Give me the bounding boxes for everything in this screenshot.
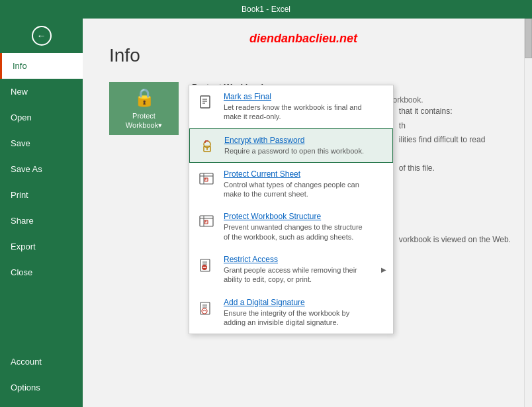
protect-structure-icon <box>197 213 216 232</box>
sidebar-item-print[interactable]: Print <box>0 182 83 208</box>
mark-final-title: Mark as Final <box>224 92 362 101</box>
menu-item-encrypt-password[interactable]: Encrypt with Password Require a password… <box>189 128 393 163</box>
restrict-access-desc: Grant people access while removing their… <box>224 265 357 285</box>
right-panel-text: that it contains: th ilities find diffic… <box>399 105 511 248</box>
sidebar-item-save[interactable]: Save <box>0 130 83 156</box>
encrypt-password-desc: Require a password to open this workbook… <box>224 146 364 156</box>
mark-final-icon <box>197 93 216 112</box>
content-area: diendanbaclieu.net Info 🔒 ProtectWorkboo… <box>83 19 524 407</box>
restrict-access-arrow: ▶ <box>381 266 386 273</box>
protect-sheet-desc: Control what types of changes people can… <box>224 180 359 199</box>
right-text-5: vorkbook is viewed on the Web. <box>399 233 511 248</box>
scrollbar-thumb[interactable] <box>525 19 532 58</box>
svg-point-28 <box>202 308 207 314</box>
sidebar-item-open[interactable]: Open <box>0 105 83 130</box>
restrict-access-icon <box>197 256 216 275</box>
digital-signature-desc: Ensure the integrity of the workbook bya… <box>224 308 349 328</box>
sidebar-item-share[interactable]: Share <box>0 208 83 234</box>
right-text-3: ilities find difficult to read <box>399 133 511 148</box>
page-title: Info <box>109 45 498 66</box>
restrict-access-title: Restrict Access <box>224 255 357 264</box>
menu-item-protect-sheet[interactable]: Protect Current Sheet Control what types… <box>189 163 393 206</box>
protect-sheet-title: Protect Current Sheet <box>224 169 359 179</box>
menu-item-digital-signature[interactable]: Add a Digital Signature Ensure the integ… <box>189 291 393 334</box>
sidebar-item-info[interactable]: Info <box>0 53 83 79</box>
sidebar-item-new[interactable]: New <box>0 79 83 105</box>
svg-point-19 <box>205 220 206 222</box>
right-text-2: th <box>399 119 511 134</box>
right-text-4: of this file. <box>399 161 511 176</box>
back-button[interactable]: ← <box>0 19 83 53</box>
lock-icon: 🔒 <box>134 87 155 108</box>
sidebar-item-account[interactable]: Account <box>0 349 83 375</box>
mark-final-text: Mark as Final Let readers know the workb… <box>224 92 362 122</box>
digital-signature-text: Add a Digital Signature Ensure the integ… <box>224 298 349 328</box>
svg-rect-0 <box>200 96 210 108</box>
protect-sheet-text: Protect Current Sheet Control what types… <box>224 169 359 199</box>
scrollbar[interactable] <box>524 19 532 407</box>
encrypt-password-title: Encrypt with Password <box>224 136 364 145</box>
encrypt-icon <box>198 137 216 156</box>
mark-final-desc: Let readers know the workbook is final a… <box>224 103 362 122</box>
protect-structure-text: Protect Workbook Structure Prevent unwan… <box>224 212 363 242</box>
title-text: Book1 - Excel <box>242 5 290 14</box>
title-bar: Book1 - Excel <box>0 0 532 19</box>
sidebar-item-options[interactable]: Options <box>0 375 83 400</box>
menu-item-protect-structure[interactable]: Protect Workbook Structure Prevent unwan… <box>189 205 393 248</box>
protect-button-label: ProtectWorkbook▾ <box>126 112 162 129</box>
sidebar-item-close[interactable]: Close <box>0 259 83 285</box>
sidebar-item-export[interactable]: Export <box>0 234 83 259</box>
right-text-1: that it contains: <box>399 105 511 119</box>
protect-structure-title: Protect Workbook Structure <box>224 212 363 221</box>
restrict-access-text: Restrict Access Grant people access whil… <box>224 255 357 285</box>
svg-point-14 <box>205 178 206 179</box>
sidebar-item-saveas[interactable]: Save As <box>0 156 83 182</box>
digital-signature-icon <box>197 299 216 318</box>
encrypt-password-text: Encrypt with Password Require a password… <box>224 136 364 156</box>
protect-sheet-icon <box>197 171 216 189</box>
svg-point-7 <box>206 147 208 148</box>
back-circle-icon: ← <box>32 26 52 46</box>
digital-signature-title: Add a Digital Signature <box>224 298 349 307</box>
sidebar: ← Info New Open Save Save As Print Share… <box>0 19 83 407</box>
protect-workbook-button[interactable]: 🔒 ProtectWorkbook▾ <box>109 82 179 135</box>
menu-item-restrict-access[interactable]: Restrict Access Grant people access whil… <box>189 248 393 291</box>
menu-item-mark-final[interactable]: Mark as Final Let readers know the workb… <box>189 85 393 128</box>
watermark-text: diendanbaclieu.net <box>249 32 357 46</box>
protect-structure-desc: Prevent unwanted changes to the structur… <box>224 222 363 242</box>
protect-dropdown-menu: Mark as Final Let readers know the workb… <box>189 85 394 334</box>
sidebar-bottom: Account Options <box>0 349 83 407</box>
